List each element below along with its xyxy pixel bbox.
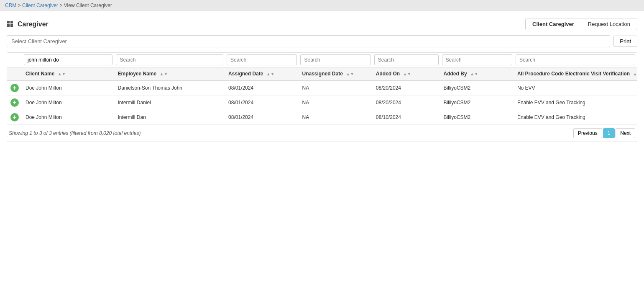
sort-addedon-icon: ▲▼ xyxy=(403,72,411,76)
grid-icon xyxy=(7,21,14,28)
breadcrumb-current: View Client Caregiver xyxy=(64,3,112,8)
prev-button[interactable]: Previous xyxy=(573,128,602,138)
row-action-cell: + xyxy=(7,110,22,125)
cell-added_by: BilliyoCSM2 xyxy=(440,110,514,125)
cell-added_on: 08/20/2024 xyxy=(373,95,440,110)
search-unassigned-input[interactable] xyxy=(300,54,371,65)
cell-evv: No EVV xyxy=(514,80,637,95)
search-assigned-input[interactable] xyxy=(227,54,297,65)
sort-assigned-icon: ▲▼ xyxy=(266,72,275,76)
cell-added_by: BilliyoCSM2 xyxy=(440,80,514,95)
cell-added_on: 08/20/2024 xyxy=(373,80,440,95)
sort-addedby-icon: ▲▼ xyxy=(470,72,478,76)
breadcrumb-crm[interactable]: CRM xyxy=(5,3,16,8)
col-header-action xyxy=(7,67,22,81)
col-header-added-by[interactable]: Added By ▲▼ xyxy=(440,67,514,81)
cell-employee_name: Intermill Dan xyxy=(114,110,225,125)
cell-unassigned_date: NA xyxy=(299,95,372,110)
search-client-cell xyxy=(22,53,114,67)
cell-assigned_date: 08/01/2024 xyxy=(225,110,299,125)
col-header-unassigned-date[interactable]: Unassigned Date ▲▼ xyxy=(299,67,372,81)
data-table: Client Name ▲▼ Employee Name ▲▼ Assigned… xyxy=(7,53,637,125)
search-evv-input[interactable] xyxy=(516,54,635,65)
pagination: Previous 1 Next xyxy=(573,128,635,138)
search-action-cell xyxy=(7,53,22,67)
title-text: Caregiver xyxy=(18,21,49,28)
tab-buttons: Client Caregiver Request Location xyxy=(525,18,637,30)
header-row: Client Name ▲▼ Employee Name ▲▼ Assigned… xyxy=(7,67,637,81)
page-title: Caregiver xyxy=(7,21,49,28)
cell-evv: Enable EVV and Geo Tracking xyxy=(514,110,637,125)
search-row xyxy=(7,53,637,67)
search-employee-input[interactable] xyxy=(116,54,223,65)
select-client-caregiver-input[interactable] xyxy=(7,35,610,47)
summary-text: Showing 1 to 3 of 3 entries (filtered fr… xyxy=(9,130,141,136)
search-addedby-cell xyxy=(440,53,514,67)
search-addedon-input[interactable] xyxy=(374,54,439,65)
main-content: Caregiver Client Caregiver Request Locat… xyxy=(0,11,644,149)
cell-added_on: 08/10/2024 xyxy=(373,110,440,125)
table-row: +Doe John MiltonIntermill Daniel08/01/20… xyxy=(7,95,637,110)
cell-employee_name: Danielson-Son Thomas John xyxy=(114,80,225,95)
sort-client-icon: ▲▼ xyxy=(58,72,66,76)
row-action-cell: + xyxy=(7,95,22,110)
search-assigned-cell xyxy=(225,53,299,67)
table-footer: Showing 1 to 3 of 3 entries (filtered fr… xyxy=(7,125,637,142)
next-button[interactable]: Next xyxy=(616,128,635,138)
col-header-assigned-date[interactable]: Assigned Date ▲▼ xyxy=(225,67,299,81)
print-button[interactable]: Print xyxy=(613,36,637,47)
breadcrumb: CRM > Client Caregiver > View Client Car… xyxy=(0,0,644,11)
sort-unassigned-icon: ▲▼ xyxy=(346,72,354,76)
col-header-added-on[interactable]: Added On ▲▼ xyxy=(373,67,440,81)
sort-evv-icon: ▲▼ xyxy=(633,72,637,76)
svg-rect-3 xyxy=(10,24,13,27)
svg-rect-0 xyxy=(7,21,10,23)
svg-rect-1 xyxy=(10,21,13,23)
table-row: +Doe John MiltonIntermill Dan08/01/2024N… xyxy=(7,110,637,125)
col-header-client-name[interactable]: Client Name ▲▼ xyxy=(22,67,114,81)
cell-unassigned_date: NA xyxy=(299,110,372,125)
add-row-button[interactable]: + xyxy=(10,98,19,107)
svg-rect-2 xyxy=(7,24,10,27)
cell-evv: Enable EVV and Geo Tracking xyxy=(514,95,637,110)
search-employee-cell xyxy=(114,53,225,67)
page-1-button[interactable]: 1 xyxy=(603,128,615,138)
cell-client_name: Doe John Milton xyxy=(22,110,114,125)
table-wrapper: Client Name ▲▼ Employee Name ▲▼ Assigned… xyxy=(7,52,637,142)
search-addedby-input[interactable] xyxy=(442,54,512,65)
table-row: +Doe John MiltonDanielson-Son Thomas Joh… xyxy=(7,80,637,95)
search-unassigned-cell xyxy=(299,53,372,67)
col-header-evv[interactable]: All Procedure Code Electronic Visit Veri… xyxy=(514,67,637,81)
breadcrumb-client-caregiver[interactable]: Client Caregiver xyxy=(22,3,58,8)
search-addedon-cell xyxy=(373,53,440,67)
cell-added_by: BilliyoCSM2 xyxy=(440,95,514,110)
search-client-input[interactable] xyxy=(24,54,112,65)
cell-employee_name: Intermill Daniel xyxy=(114,95,225,110)
table-body: +Doe John MiltonDanielson-Son Thomas Joh… xyxy=(7,80,637,125)
tab-request-location[interactable]: Request Location xyxy=(581,18,637,30)
cell-unassigned_date: NA xyxy=(299,80,372,95)
row-action-cell: + xyxy=(7,80,22,95)
col-header-employee-name[interactable]: Employee Name ▲▼ xyxy=(114,67,225,81)
cell-assigned_date: 08/01/2024 xyxy=(225,95,299,110)
cell-assigned_date: 08/01/2024 xyxy=(225,80,299,95)
add-row-button[interactable]: + xyxy=(10,84,19,92)
add-row-button[interactable]: + xyxy=(10,113,19,121)
search-evv-cell xyxy=(514,53,637,67)
sort-employee-icon: ▲▼ xyxy=(160,72,168,76)
page-header: Caregiver Client Caregiver Request Locat… xyxy=(7,18,637,30)
select-row: Print xyxy=(7,35,637,47)
cell-client_name: Doe John Milton xyxy=(22,80,114,95)
cell-client_name: Doe John Milton xyxy=(22,95,114,110)
tab-client-caregiver[interactable]: Client Caregiver xyxy=(526,18,581,30)
